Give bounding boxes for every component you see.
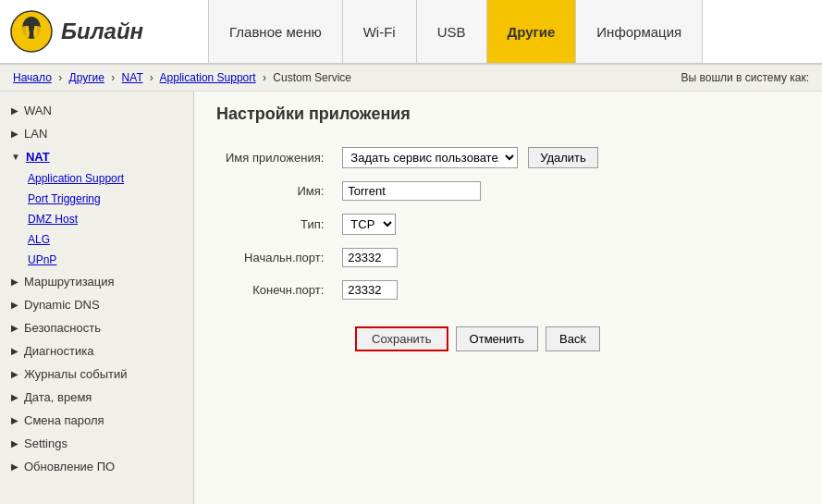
delete-button[interactable]: Удалить [528,147,598,168]
page-title: Настройки приложения [216,104,800,124]
breadcrumb-home[interactable]: Начало [13,71,52,84]
arrow-icon: ▶ [11,438,18,449]
sidebar: ▶ WAN ▶ LAN ▼ NAT Application Support Po… [0,92,194,504]
main-content: Настройки приложения Имя приложения: Зад… [194,92,822,504]
sidebar-subitem-upnp[interactable]: UPnP [0,250,193,270]
type-field: TCP UDP Both [333,207,607,241]
breadcrumb-sep-3: › [150,71,153,84]
name-field [333,175,607,207]
svg-rect-4 [26,26,29,37]
breadcrumb-app-support[interactable]: Application Support [160,71,256,84]
sidebar-subitem-app-support[interactable]: Application Support [0,168,193,189]
start-port-input[interactable] [342,248,398,267]
sidebar-subitem-alg[interactable]: ALG [0,229,193,250]
nav-info[interactable]: Информация [576,0,703,63]
arrow-icon: ▼ [11,152,20,162]
type-label: Тип: [216,207,333,241]
breadcrumb: Начало › Другие › NAT › Application Supp… [13,71,351,84]
sidebar-item-diagnostics[interactable]: ▶ Диагностика [0,339,193,363]
breadcrumb-sep-4: › [263,71,266,84]
arrow-icon: ▶ [11,105,18,116]
button-row: Сохранить Отменить Back [355,326,800,351]
arrow-icon: ▶ [11,415,18,425]
arrow-icon: ▶ [11,129,18,139]
sidebar-item-security[interactable]: ▶ Безопасность [0,316,193,339]
login-status: Вы вошли в систему как: [681,71,809,84]
bee-logo-icon [9,9,54,54]
sidebar-item-update[interactable]: ▶ Обновление ПО [0,455,193,478]
app-name-select[interactable]: Задать сервис пользователя [342,147,518,168]
breadcrumb-nat[interactable]: NAT [122,71,143,84]
settings-form: Имя приложения: Задать сервис пользовате… [216,141,607,306]
start-port-field [333,241,607,274]
form-row-end-port: Конечн.порт: [216,274,607,306]
app-name-field: Задать сервис пользователя Удалить [333,141,607,175]
sidebar-subitem-port-triggering[interactable]: Port Triggering [0,189,193,209]
nav-other[interactable]: Другие [487,0,577,63]
form-row-app-name: Имя приложения: Задать сервис пользовате… [216,141,607,175]
nav-main-menu[interactable]: Главное меню [208,0,343,63]
arrow-icon: ▶ [11,392,18,402]
nav-wifi[interactable]: Wi-Fi [343,0,417,63]
form-row-name: Имя: [216,175,607,207]
sidebar-item-wan[interactable]: ▶ WAN [0,99,193,122]
end-port-label: Конечн.порт: [216,274,333,306]
arrow-icon: ▶ [11,323,18,333]
back-button[interactable]: Back [546,326,600,351]
sidebar-subitem-dmz-host[interactable]: DMZ Host [0,209,193,229]
sidebar-item-settings[interactable]: ▶ Settings [0,432,193,455]
sidebar-item-dynamic-dns[interactable]: ▶ Dynamic DNS [0,293,193,316]
main-nav: Главное меню Wi-Fi USB Другие Информация [208,0,813,63]
end-port-input[interactable] [342,280,398,300]
sidebar-item-event-log[interactable]: ▶ Журналы событий [0,363,193,386]
breadcrumb-sep-1: › [58,71,62,84]
breadcrumb-sep-2: › [111,71,115,84]
type-select[interactable]: TCP UDP Both [342,214,396,235]
sidebar-item-nat[interactable]: ▼ NAT [0,145,193,168]
arrow-icon: ▶ [11,277,18,287]
end-port-field [333,274,607,306]
arrow-icon: ▶ [11,369,18,379]
name-input[interactable] [342,181,481,201]
arrow-icon: ▶ [11,300,18,310]
save-button[interactable]: Сохранить [355,326,448,351]
breadcrumb-custom-service: Custom Service [273,71,351,84]
arrow-icon: ▶ [11,461,18,472]
cancel-button[interactable]: Отменить [456,326,538,351]
arrow-icon: ▶ [11,346,18,356]
start-port-label: Начальн.порт: [216,241,333,274]
app-name-label: Имя приложения: [216,141,333,175]
svg-rect-5 [34,26,37,37]
nav-usb[interactable]: USB [417,0,487,63]
form-row-start-port: Начальн.порт: [216,241,607,274]
logo-area: Билайн [9,9,208,54]
name-label: Имя: [216,175,333,207]
form-row-type: Тип: TCP UDP Both [216,207,607,241]
breadcrumb-bar: Начало › Другие › NAT › Application Supp… [0,65,822,92]
logo-text: Билайн [61,18,143,44]
breadcrumb-other[interactable]: Другие [69,71,104,84]
main-layout: ▶ WAN ▶ LAN ▼ NAT Application Support Po… [0,92,822,504]
sidebar-item-routing[interactable]: ▶ Маршрутизация [0,270,193,293]
sidebar-item-lan[interactable]: ▶ LAN [0,122,193,145]
sidebar-item-change-password[interactable]: ▶ Смена пароля [0,409,193,432]
sidebar-item-date-time[interactable]: ▶ Дата, время [0,386,193,409]
header: Билайн Главное меню Wi-Fi USB Другие Инф… [0,0,822,65]
